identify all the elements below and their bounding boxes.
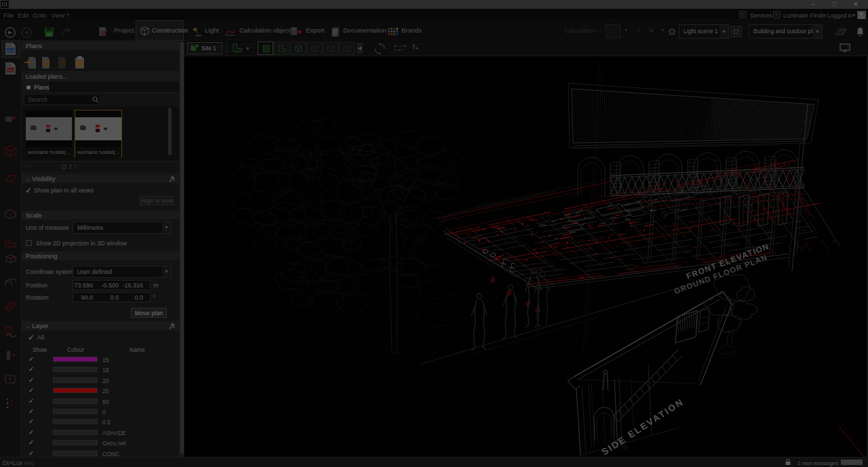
svg-text:SIDE ELEVATION: SIDE ELEVATION [599, 397, 686, 457]
